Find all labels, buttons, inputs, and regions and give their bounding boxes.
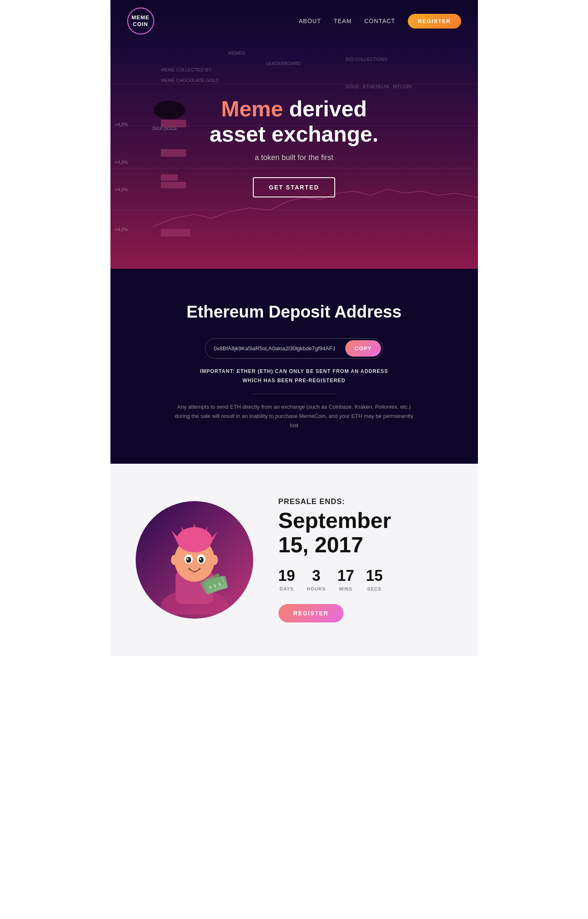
svg-rect-13 (161, 174, 178, 181)
nav-about[interactable]: ABOUT (299, 18, 321, 24)
svg-text:+4,2%: +4,2% (115, 187, 128, 192)
eth-divider (252, 394, 336, 394)
svg-point-33 (199, 557, 204, 563)
hero-title: Meme derivedasset exchange. (210, 97, 378, 147)
svg-text:LEADERBOARD: LEADERBOARD (266, 61, 301, 66)
eth-address: 0x8BfA8jk9Ka5laR5oLA0aloa2l30lgkbde7gf94… (205, 340, 344, 357)
eth-copy-button[interactable]: COPY (345, 340, 381, 357)
nav-team[interactable]: TEAM (334, 18, 352, 24)
svg-text:BIO.COLLECTIONS: BIO.COLLECTIONS (346, 57, 388, 62)
svg-text:+4,2%: +4,2% (115, 160, 128, 165)
logo[interactable]: MEME COIN (127, 8, 154, 34)
hero-cta-button[interactable]: GET STARTED (253, 177, 335, 197)
navbar: MEME COIN ABOUT TEAM CONTACT REGISTER (110, 0, 478, 42)
ethereum-title: Ethereum Deposit Address (127, 302, 461, 321)
countdown-days: 19 DAYS (278, 567, 295, 592)
svg-rect-14 (161, 182, 186, 188)
presale-info: PRESALE ENDS: September15, 2017 19 DAYS … (278, 497, 453, 622)
svg-point-32 (186, 557, 191, 563)
ethereum-section: Ethereum Deposit Address 0x8BfA8jk9Ka5la… (110, 269, 478, 464)
countdown-hours: 3 HOURS (307, 567, 326, 592)
hero-title-meme: Meme (221, 97, 283, 121)
presale-section: $ $ $ PRESALE ENDS: September15, 2017 19… (110, 464, 478, 656)
svg-point-36 (171, 555, 178, 565)
eth-warning: Any attempts to send ETH directly from a… (172, 402, 416, 430)
svg-point-37 (211, 555, 218, 565)
countdown: 19 DAYS 3 HOURS 17 MINS 15 SECS (278, 567, 453, 592)
svg-point-20 (153, 101, 185, 119)
fry-character-svg: $ $ $ (148, 505, 241, 614)
eth-address-box: 0x8BfA8jk9Ka5laR5oLA0aloa2l30lgkbde7gf94… (205, 338, 383, 359)
countdown-mins: 17 MINS (337, 567, 354, 592)
svg-text:MEME COLLECTED BY:: MEME COLLECTED BY: (161, 67, 212, 72)
svg-rect-15 (161, 229, 190, 236)
svg-rect-11 (161, 120, 186, 127)
logo-line2: COIN (133, 21, 148, 28)
logo-line1: MEME (131, 14, 150, 21)
eth-important-text: IMPORTANT: ETHER (ETH) CAN ONLY BE SENT … (127, 367, 461, 385)
presale-register-button[interactable]: REGISTER (278, 604, 344, 622)
svg-rect-12 (161, 149, 186, 157)
svg-text:MEMES: MEMES (228, 50, 245, 55)
nav-contact[interactable]: CONTACT (364, 18, 395, 24)
presale-ends-label: PRESALE ENDS: (278, 497, 453, 506)
countdown-secs: 15 SECS (366, 567, 383, 592)
svg-point-34 (187, 558, 189, 560)
presale-date: September15, 2017 (278, 509, 453, 557)
svg-point-35 (200, 558, 201, 560)
presale-character-image: $ $ $ (136, 501, 253, 619)
hero-content: Meme derivedasset exchange. a token buil… (210, 71, 378, 198)
svg-text:+4,2%: +4,2% (115, 227, 128, 232)
nav-links: ABOUT TEAM CONTACT REGISTER (299, 14, 461, 29)
svg-text:+4,2%: +4,2% (115, 122, 128, 127)
hero-subtitle: a token built for the first (210, 153, 378, 162)
nav-register-button[interactable]: REGISTER (408, 14, 461, 29)
